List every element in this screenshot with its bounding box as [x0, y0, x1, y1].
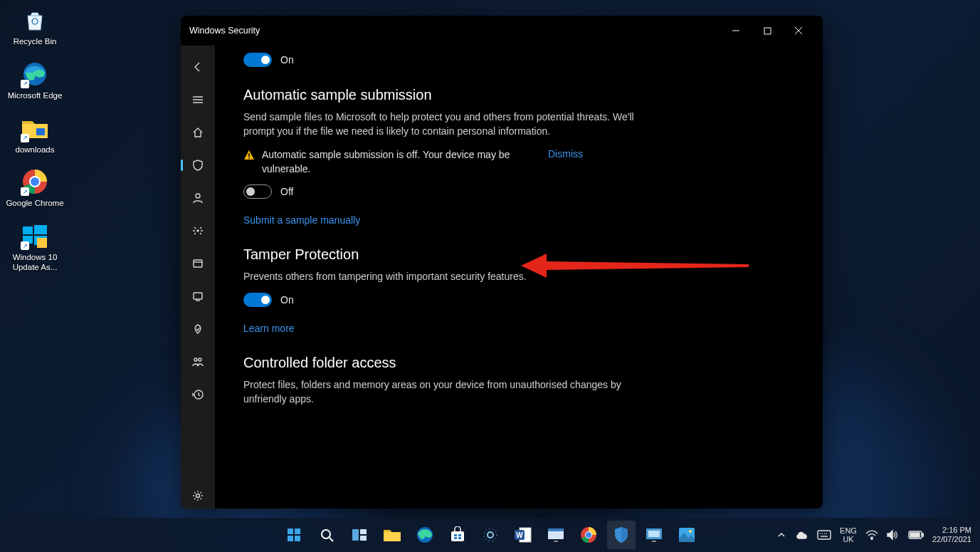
- taskbar[interactable]: W ENG UK 2:16 PM 22/07/2021: [0, 518, 980, 552]
- svg-rect-6: [34, 225, 47, 234]
- section-heading: Controlled folder access: [243, 355, 642, 371]
- submit-sample-link[interactable]: Submit a sample manually: [243, 214, 360, 226]
- svg-rect-21: [194, 293, 202, 299]
- svg-rect-37: [360, 529, 367, 534]
- section-desc: Protect files, folders and memory areas …: [243, 378, 642, 406]
- wifi-icon[interactable]: [865, 530, 878, 540]
- warning-icon: [243, 150, 255, 161]
- minimize-button[interactable]: [720, 20, 752, 41]
- svg-rect-42: [458, 534, 461, 536]
- taskbar-app-display[interactable]: [640, 521, 668, 549]
- start-button[interactable]: [280, 521, 308, 549]
- taskbar-photos[interactable]: [673, 521, 701, 549]
- close-button[interactable]: [783, 20, 814, 41]
- sidebar-item-firewall[interactable]: [184, 218, 212, 244]
- dismiss-link[interactable]: Dismiss: [548, 148, 583, 160]
- taskbar-word[interactable]: W: [509, 521, 537, 549]
- svg-rect-31: [295, 528, 300, 534]
- svg-rect-1: [36, 128, 45, 135]
- svg-rect-19: [194, 260, 202, 267]
- svg-rect-5: [23, 226, 33, 234]
- maximize-button[interactable]: [752, 20, 783, 41]
- svg-rect-44: [458, 537, 461, 539]
- desktop-icon-label: Recycle Bin: [14, 37, 57, 47]
- sidebar-item-device-performance[interactable]: [184, 316, 212, 342]
- desktop-icon-label: Microsoft Edge: [8, 91, 63, 101]
- titlebar[interactable]: Windows Security: [181, 16, 823, 46]
- svg-rect-43: [454, 537, 457, 539]
- svg-point-26: [196, 494, 200, 498]
- sidebar-item-family[interactable]: [184, 349, 212, 375]
- section-folder-access: Controlled folder access Protect files, …: [243, 355, 642, 406]
- svg-rect-38: [360, 536, 367, 541]
- svg-rect-36: [352, 529, 359, 541]
- sidebar-item-settings[interactable]: [184, 483, 212, 509]
- sidebar-item-home[interactable]: [184, 120, 212, 145]
- svg-point-67: [871, 538, 873, 540]
- section-heading: Tamper Protection: [243, 246, 642, 263]
- sidebar-item-account[interactable]: [184, 185, 212, 211]
- taskbar-app-monitor[interactable]: [542, 521, 570, 549]
- svg-rect-30: [288, 528, 293, 534]
- toggle-state-label: Off: [280, 186, 293, 197]
- sidebar-item-virus-protection[interactable]: [184, 152, 212, 178]
- svg-point-34: [322, 530, 330, 538]
- back-button[interactable]: [184, 54, 212, 80]
- sidebar-item-history[interactable]: [184, 382, 212, 407]
- desktop-icon-downloads[interactable]: downloads: [6, 114, 64, 155]
- svg-rect-69: [910, 533, 920, 537]
- svg-point-55: [586, 532, 591, 538]
- svg-rect-32: [288, 536, 293, 541]
- svg-rect-57: [648, 531, 660, 537]
- window-title: Windows Security: [189, 26, 720, 36]
- menu-button[interactable]: [184, 87, 212, 113]
- section-heading: Automatic sample submission: [243, 87, 642, 103]
- warning-row: Automatic sample submission is off. Your…: [243, 148, 642, 176]
- auto-sample-toggle[interactable]: [243, 184, 272, 199]
- desktop-icon-edge[interactable]: Microsoft Edge: [6, 60, 64, 101]
- taskbar-edge[interactable]: [411, 521, 439, 549]
- desktop-icon-win10-update[interactable]: Windows 10 Update As...: [6, 222, 64, 273]
- tray-overflow-icon[interactable]: [776, 530, 787, 540]
- svg-point-23: [194, 358, 197, 361]
- svg-rect-33: [295, 536, 300, 541]
- taskbar-explorer[interactable]: [378, 521, 406, 549]
- tamper-toggle[interactable]: [243, 293, 272, 307]
- taskbar-store[interactable]: [443, 521, 472, 549]
- desktop-icon-chrome[interactable]: Google Chrome: [6, 167, 64, 209]
- volume-icon[interactable]: [887, 529, 900, 541]
- keyboard-icon[interactable]: [817, 530, 831, 540]
- section-auto-sample: Automatic sample submission Send sample …: [243, 87, 642, 226]
- section-desc: Send sample files to Microsoft to help p…: [243, 110, 642, 138]
- desktop-icon-label: Windows 10 Update As...: [6, 253, 64, 273]
- svg-rect-51: [548, 528, 564, 531]
- clock[interactable]: 2:16 PM 22/07/2021: [932, 526, 971, 544]
- section-tamper: Tamper Protection Prevents others from t…: [243, 246, 642, 335]
- battery-icon[interactable]: [908, 531, 924, 539]
- taskbar-chrome[interactable]: [574, 521, 603, 549]
- svg-rect-70: [922, 533, 924, 536]
- toggle-state-label: On: [280, 294, 294, 306]
- svg-point-46: [484, 528, 497, 541]
- task-view-button[interactable]: [345, 521, 374, 549]
- desktop-icon-recycle-bin[interactable]: Recycle Bin: [6, 6, 64, 47]
- content-area[interactable]: On Automatic sample submission Send samp…: [215, 46, 823, 509]
- language-indicator[interactable]: ENG UK: [840, 526, 857, 543]
- taskbar-settings[interactable]: [476, 521, 505, 549]
- taskbar-security[interactable]: [607, 521, 636, 549]
- onedrive-icon[interactable]: [796, 530, 808, 540]
- sidebar-item-device-security[interactable]: [184, 283, 212, 309]
- desktop-icon-label: downloads: [16, 145, 55, 155]
- sidebar-item-app-browser[interactable]: [184, 251, 212, 276]
- svg-rect-11: [764, 28, 771, 34]
- learn-more-link[interactable]: Learn more: [243, 323, 295, 334]
- desktop-icon-label: Google Chrome: [6, 199, 63, 209]
- svg-point-24: [199, 358, 201, 361]
- cloud-protection-toggle[interactable]: [243, 53, 272, 67]
- svg-rect-9: [37, 238, 47, 248]
- svg-point-4: [31, 177, 39, 186]
- search-button[interactable]: [312, 521, 341, 549]
- svg-rect-40: [451, 531, 464, 541]
- svg-line-35: [330, 538, 333, 541]
- system-tray: ENG UK 2:16 PM 22/07/2021: [776, 526, 980, 544]
